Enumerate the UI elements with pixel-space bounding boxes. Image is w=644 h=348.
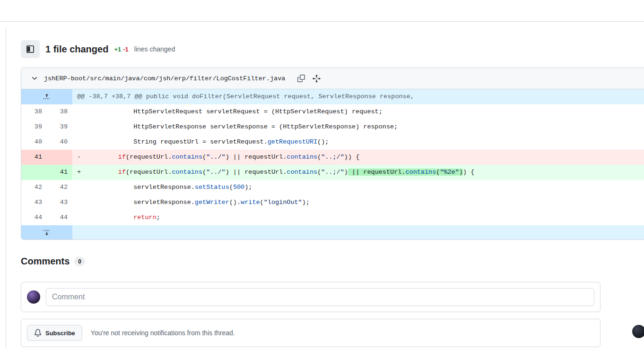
new-line-number[interactable]: 41 bbox=[47, 165, 72, 180]
old-line-number[interactable]: 38 bbox=[21, 104, 47, 119]
old-line-number[interactable]: 41 bbox=[21, 150, 47, 165]
subscribe-button-label: Subscribe bbox=[45, 330, 75, 337]
files-changed-summary: 1 file changed +1 -1 lines changed bbox=[21, 40, 644, 58]
expand-row-filler bbox=[72, 225, 644, 239]
commit-diff-page: 1 file changed +1 -1 lines changed jshER… bbox=[6, 27, 644, 348]
expand-up-button[interactable] bbox=[21, 89, 72, 104]
old-line-number[interactable]: 39 bbox=[21, 119, 47, 135]
diff-line-ctx: 4444 return; bbox=[21, 210, 644, 225]
comments-header: Comments 0 bbox=[21, 256, 644, 267]
diff-marker: + bbox=[77, 165, 87, 180]
diff-line-ctx: 4040 String requestUrl = servletRequest.… bbox=[21, 135, 644, 150]
floating-avatar-button[interactable] bbox=[632, 325, 644, 338]
subscribe-button[interactable]: Subscribe bbox=[27, 325, 82, 341]
code-line: HttpServletResponse servletResponse = (H… bbox=[72, 119, 644, 135]
new-line-number[interactable]: 40 bbox=[47, 135, 72, 150]
code-line: return; bbox=[72, 210, 644, 225]
new-line-number[interactable]: 44 bbox=[47, 210, 72, 225]
file-header: jshERP-boot/src/main/java/com/jsh/erp/fi… bbox=[21, 68, 644, 89]
code-line: servletResponse.getWriter().write("login… bbox=[72, 195, 644, 210]
notification-status-text: You're not receiving notifications from … bbox=[91, 329, 235, 337]
split-diff-icon bbox=[26, 45, 35, 53]
old-line-number[interactable] bbox=[21, 165, 47, 180]
files-changed-title: 1 file changed bbox=[45, 44, 108, 55]
file-path: jshERP-boot/src/main/java/com/jsh/erp/fi… bbox=[44, 75, 285, 82]
diff-line-ctx: 4343 servletResponse.getWriter().write("… bbox=[21, 195, 644, 210]
copy-icon bbox=[297, 75, 305, 82]
drag-file-button[interactable] bbox=[311, 73, 322, 85]
old-line-number[interactable]: 43 bbox=[21, 195, 47, 210]
move-icon bbox=[313, 75, 321, 83]
code-line: + if(requestUrl.contains("../") || reque… bbox=[72, 165, 644, 180]
new-line-number[interactable]: 38 bbox=[47, 104, 72, 119]
diff-line-ctx: 3838 HttpServletRequest servletRequest =… bbox=[21, 104, 644, 119]
diff-line-ctx: 4242 servletResponse.setStatus(500); bbox=[21, 180, 644, 195]
old-line-number[interactable]: 40 bbox=[21, 135, 47, 150]
diff-line-del: 41- if(requestUrl.contains("../") || req… bbox=[21, 150, 644, 165]
diff-line-expand bbox=[21, 225, 644, 239]
copy-path-button[interactable] bbox=[296, 73, 307, 84]
new-line-number[interactable]: 43 bbox=[47, 195, 72, 210]
diff-line-hunk: @@ -38,7 +38,7 @@ public void doFilter(S… bbox=[21, 89, 644, 104]
new-line-number[interactable]: 42 bbox=[47, 180, 72, 195]
code-line: String requestUrl = servletRequest.getRe… bbox=[72, 135, 644, 150]
new-line-number[interactable]: 39 bbox=[47, 119, 72, 135]
user-avatar bbox=[27, 290, 40, 304]
fold-up-icon bbox=[43, 93, 51, 101]
collapse-file-button[interactable] bbox=[29, 73, 40, 84]
lines-changed-label: lines changed bbox=[134, 45, 175, 53]
fold-down-icon bbox=[43, 229, 51, 236]
comments-count-badge: 0 bbox=[74, 257, 85, 266]
expand-down-button[interactable] bbox=[21, 225, 72, 239]
notifications-section: Subscribe You're not receiving notificat… bbox=[21, 319, 600, 347]
comment-form bbox=[21, 282, 600, 312]
top-navigation-bar bbox=[0, 0, 644, 22]
code-line: servletResponse.setStatus(500); bbox=[72, 180, 644, 195]
diff-line-add: 41+ if(requestUrl.contains("../") || req… bbox=[21, 165, 644, 180]
additions-count: +1 bbox=[114, 46, 121, 53]
file-tree-toggle-button[interactable] bbox=[21, 40, 40, 58]
deletions-count: -1 bbox=[123, 46, 129, 53]
new-line-number[interactable] bbox=[47, 150, 72, 165]
bell-icon bbox=[34, 329, 42, 337]
code-line: HttpServletRequest servletRequest = (Htt… bbox=[72, 104, 644, 119]
comments-title: Comments bbox=[21, 256, 70, 267]
old-line-number[interactable]: 44 bbox=[21, 210, 47, 225]
diff-table: @@ -38,7 +38,7 @@ public void doFilter(S… bbox=[21, 89, 644, 239]
hunk-header: @@ -38,7 +38,7 @@ public void doFilter(S… bbox=[72, 89, 644, 104]
old-line-number[interactable]: 42 bbox=[21, 180, 47, 195]
comment-input[interactable] bbox=[46, 288, 594, 306]
diff-marker: - bbox=[77, 150, 87, 165]
code-line: - if(requestUrl.contains("../") || reque… bbox=[72, 150, 644, 165]
diff-line-ctx: 3939 HttpServletResponse servletResponse… bbox=[21, 119, 644, 135]
chevron-down-icon bbox=[31, 75, 38, 82]
diff-container: jshERP-boot/src/main/java/com/jsh/erp/fi… bbox=[21, 68, 644, 240]
